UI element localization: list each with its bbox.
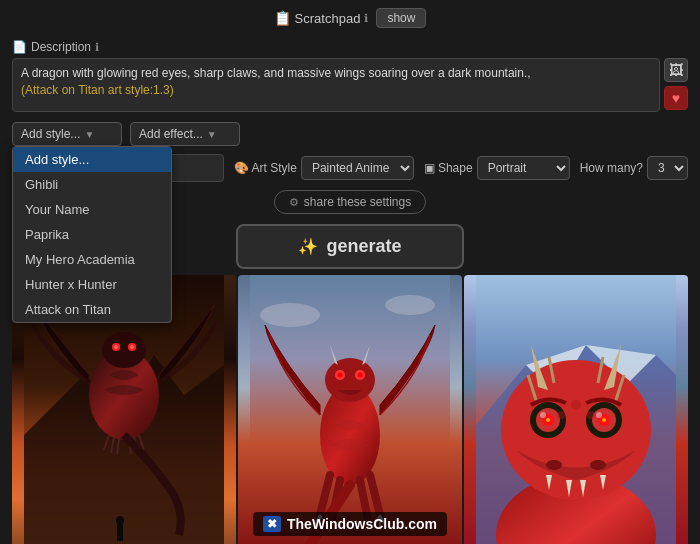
watermark-icon: ✖	[263, 516, 281, 532]
shape-label-text: Shape	[438, 161, 473, 175]
description-section: 📄 Description ℹ A dragon with glowing re…	[0, 36, 700, 118]
description-main-text: A dragon with glowing red eyes, sharp cl…	[21, 66, 531, 80]
generated-image-2[interactable]	[238, 275, 462, 544]
generate-sparkle-icon: ✨	[298, 237, 318, 256]
share-settings-label: share these settings	[304, 195, 411, 209]
how-many-select[interactable]: 1 2 3 4	[647, 156, 688, 180]
svg-point-39	[587, 411, 595, 419]
art-style-group: 🎨 Art Style Painted Anime Digital Art Sk…	[234, 156, 414, 180]
shape-select[interactable]: Portrait Landscape Square	[477, 156, 570, 180]
dropdown-item-add-style[interactable]: Add style...	[13, 147, 171, 172]
image-side-button[interactable]: 🖼	[664, 58, 688, 82]
description-display[interactable]: A dragon with glowing red eyes, sharp cl…	[12, 58, 660, 112]
description-box: A dragon with glowing red eyes, sharp cl…	[12, 58, 688, 112]
svg-point-7	[130, 345, 134, 349]
svg-rect-8	[117, 523, 123, 541]
dropdown-item-hunter-x-hunter[interactable]: Hunter x Hunter	[13, 272, 171, 297]
generate-label: generate	[326, 236, 401, 257]
dropdown-item-my-hero-academia[interactable]: My Hero Academia	[13, 247, 171, 272]
scratchpad-icon: 📋	[274, 10, 291, 26]
top-bar: 📋 Scratchpad ℹ show	[0, 0, 700, 36]
watermark: ✖ TheWindowsClub.com	[253, 512, 447, 536]
svg-point-26	[590, 460, 606, 470]
description-doc-icon: 📄	[12, 40, 27, 54]
description-label: 📄 Description ℹ	[12, 40, 688, 54]
svg-point-11	[260, 303, 320, 327]
svg-point-17	[338, 373, 343, 378]
dragon-svg-3	[464, 275, 688, 544]
dropdown-item-paprika[interactable]: Paprika	[13, 222, 171, 247]
style-dropdown-menu: Add style... Ghibli Your Name Paprika My…	[12, 146, 172, 323]
style-row: Add style... ▼ Add effect... ▼ Add style…	[0, 118, 700, 150]
description-text-label: Description	[31, 40, 91, 54]
svg-point-12	[385, 295, 435, 315]
share-settings-icon: ⚙	[289, 196, 299, 209]
svg-point-14	[325, 358, 375, 402]
description-highlight-text: (Attack on Titan art style:1.3)	[21, 83, 174, 97]
svg-point-33	[546, 418, 550, 422]
description-side-icons: 🖼 ♥	[664, 58, 688, 110]
dropdown-item-ghibli[interactable]: Ghibli	[13, 172, 171, 197]
add-style-label: Add style...	[21, 127, 80, 141]
svg-point-18	[358, 373, 363, 378]
svg-point-34	[602, 418, 606, 422]
svg-point-25	[546, 460, 562, 470]
shape-icon: ▣	[424, 161, 435, 175]
shape-label: ▣ Shape	[424, 161, 473, 175]
style-chevron-icon: ▼	[84, 129, 94, 140]
watermark-brand: TheWindowsClub.com	[287, 516, 437, 532]
scratchpad-info-icon: ℹ	[364, 12, 368, 25]
share-settings-button[interactable]: ⚙ share these settings	[274, 190, 426, 214]
dragon-svg-2	[238, 275, 462, 544]
dropdown-item-attack-on-titan[interactable]: Attack on Titan	[13, 297, 171, 322]
generated-image-3[interactable]	[464, 275, 688, 544]
svg-point-9	[116, 516, 124, 524]
svg-point-3	[102, 332, 146, 368]
favorite-side-button[interactable]: ♥	[664, 86, 688, 110]
add-effect-dropdown[interactable]: Add effect... ▼	[130, 122, 240, 146]
effect-chevron-icon: ▼	[207, 129, 217, 140]
svg-point-36	[596, 412, 602, 418]
description-info-icon: ℹ	[95, 41, 99, 54]
svg-point-6	[114, 345, 118, 349]
art-style-label: 🎨 Art Style	[234, 161, 297, 175]
add-effect-label: Add effect...	[139, 127, 203, 141]
svg-point-37	[571, 400, 581, 410]
description-textarea-wrapper[interactable]: A dragon with glowing red eyes, sharp cl…	[12, 58, 660, 112]
svg-point-35	[540, 412, 546, 418]
shape-group: ▣ Shape Portrait Landscape Square	[424, 156, 570, 180]
art-style-label-text: Art Style	[252, 161, 297, 175]
add-style-dropdown[interactable]: Add style... ▼	[12, 122, 122, 146]
how-many-group: How many? 1 2 3 4	[580, 156, 688, 180]
show-button[interactable]: show	[376, 8, 426, 28]
dropdown-item-your-name[interactable]: Your Name	[13, 197, 171, 222]
scratchpad-label: Scratchpad	[295, 11, 361, 26]
generate-button[interactable]: ✨ generate	[236, 224, 463, 269]
svg-point-38	[557, 411, 565, 419]
scratchpad-section: 📋 Scratchpad ℹ	[274, 10, 369, 26]
how-many-label: How many?	[580, 161, 643, 175]
art-style-select[interactable]: Painted Anime Digital Art Sketch Waterco…	[301, 156, 414, 180]
art-style-icon: 🎨	[234, 161, 249, 175]
